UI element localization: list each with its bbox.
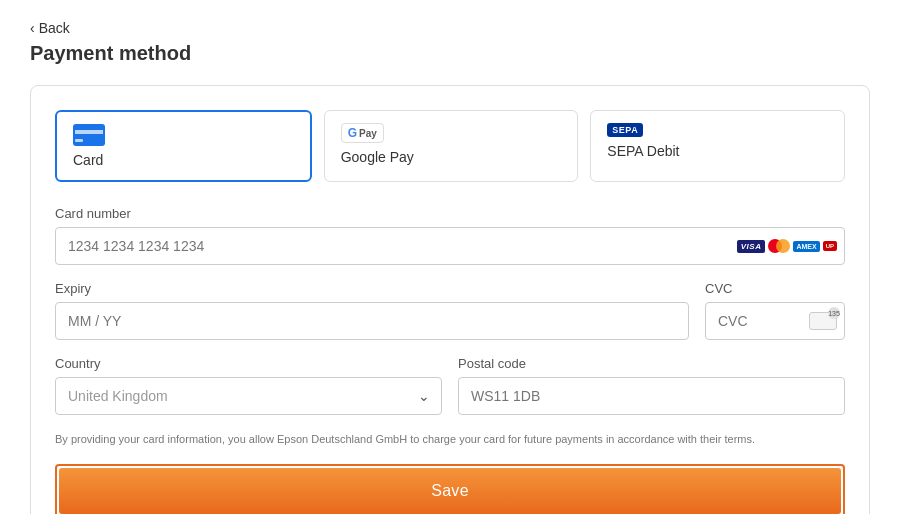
tab-card-label: Card — [73, 152, 103, 168]
unionpay-icon: UP — [823, 241, 837, 251]
disclaimer-text: By providing your card information, you … — [55, 431, 845, 448]
country-group: Country United Kingdom ⌄ — [55, 356, 442, 415]
country-label: Country — [55, 356, 442, 371]
postal-label: Postal code — [458, 356, 845, 371]
card-number-group: Card number VISA AMEX UP — [55, 206, 845, 265]
tab-card[interactable]: Card — [55, 110, 312, 182]
save-button-wrapper: Save — [55, 464, 845, 515]
cvc-group: CVC — [705, 281, 845, 340]
gpay-icon: G Pay — [341, 123, 384, 143]
tab-googlepay[interactable]: G Pay Google Pay — [324, 110, 579, 182]
card-icon — [73, 124, 105, 146]
country-select[interactable]: United Kingdom — [55, 377, 442, 415]
country-postal-row: Country United Kingdom ⌄ Postal code — [55, 356, 845, 415]
amex-icon: AMEX — [793, 241, 819, 252]
cvc-card-icon — [809, 312, 837, 330]
back-arrow-icon: ‹ — [30, 20, 35, 36]
card-number-label: Card number — [55, 206, 845, 221]
tab-googlepay-label: Google Pay — [341, 149, 414, 165]
payment-tabs: Card G Pay Google Pay SEPA SEPA Debit — [55, 110, 845, 182]
expiry-cvc-row: Expiry CVC — [55, 281, 845, 340]
postal-group: Postal code — [458, 356, 845, 415]
card-number-input[interactable] — [55, 227, 845, 265]
tab-sepa-label: SEPA Debit — [607, 143, 679, 159]
tab-sepa[interactable]: SEPA SEPA Debit — [590, 110, 845, 182]
back-label: Back — [39, 20, 70, 36]
card-number-row: Card number VISA AMEX UP — [55, 206, 845, 265]
back-link[interactable]: ‹ Back — [30, 20, 870, 36]
country-select-wrapper: United Kingdom ⌄ — [55, 377, 442, 415]
cvc-label: CVC — [705, 281, 845, 296]
mastercard-icon — [768, 239, 790, 253]
expiry-label: Expiry — [55, 281, 689, 296]
card-logos: VISA AMEX UP — [737, 239, 837, 253]
save-button[interactable]: Save — [59, 468, 841, 514]
visa-icon: VISA — [737, 240, 766, 253]
card-number-input-wrapper: VISA AMEX UP — [55, 227, 845, 265]
postal-input[interactable] — [458, 377, 845, 415]
payment-method-container: Card G Pay Google Pay SEPA SEPA Debit Ca… — [30, 85, 870, 514]
expiry-input[interactable] — [55, 302, 689, 340]
sepa-icon: SEPA — [607, 123, 643, 137]
page-title: Payment method — [30, 42, 870, 65]
cvc-input-wrapper — [705, 302, 845, 340]
expiry-group: Expiry — [55, 281, 689, 340]
